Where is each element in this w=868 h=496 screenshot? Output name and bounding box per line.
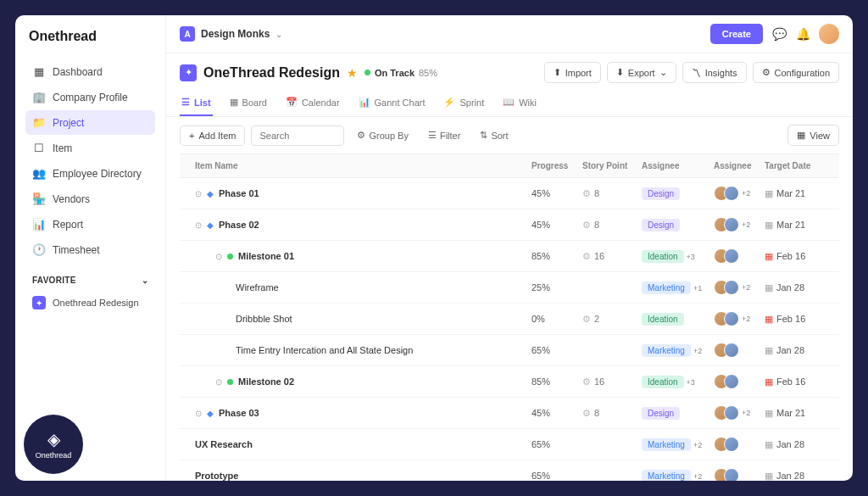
insights-button[interactable]: 〽Insights — [682, 62, 747, 83]
group-by-button[interactable]: ⚙Group By — [350, 125, 415, 146]
table-row[interactable]: ⊙◆Phase 02 45% ⚙8 Design +2 ▦Mar 21 — [180, 209, 839, 241]
table-row[interactable]: UX Research 65% Marketing+2 ▦Jan 28 — [180, 429, 839, 460]
sidebar-item-project[interactable]: 📁Project — [25, 110, 155, 135]
gear-icon: ⚙ — [762, 67, 771, 78]
chevron-icon[interactable]: ⊙ — [215, 252, 222, 261]
tab-gannt-chart[interactable]: 📊Gannt Chart — [357, 90, 427, 116]
nav-icon: 📊 — [32, 218, 45, 231]
insights-icon: 〽 — [692, 68, 701, 78]
tab-calendar[interactable]: 📅Calendar — [284, 90, 342, 116]
avatar-icon — [724, 186, 739, 201]
status-badge: On Track 85% — [364, 68, 437, 78]
gear-icon: ⚙ — [582, 220, 591, 231]
calendar-icon: ▦ — [765, 188, 773, 199]
tab-icon: 📖 — [503, 97, 515, 108]
team-icon: A — [180, 26, 195, 42]
chat-icon[interactable]: 💬 — [771, 26, 787, 42]
sidebar-item-timesheet[interactable]: 🕐Timesheet — [25, 237, 155, 262]
table-row[interactable]: ⊙Milestone 01 85% ⚙16 Ideation+3 ▦Feb 16 — [180, 241, 839, 272]
sidebar-item-item[interactable]: ☐Item — [25, 136, 155, 160]
tag-badge: Marketing — [642, 438, 691, 451]
chevron-icon[interactable]: ⊙ — [195, 220, 202, 230]
sidebar-item-employee-directory[interactable]: 👥Employee Directory — [25, 161, 155, 186]
avatar-icon — [724, 468, 739, 481]
gear-icon: ⚙ — [582, 314, 591, 325]
team-selector[interactable]: A Design Monks ⌄ — [180, 26, 282, 42]
import-icon: ⬆ — [554, 67, 561, 78]
tag-badge: Marketing — [642, 281, 691, 294]
table-row[interactable]: Wireframe 25% Marketing+1 +2 ▦Jan 28 — [180, 272, 839, 304]
table-row[interactable]: Dribbble Shot 0% ⚙2 Ideation +2 ▦Feb 16 — [180, 304, 839, 335]
table-row[interactable]: ⊙◆Phase 03 45% ⚙8 Design +2 ▦Mar 21 — [180, 398, 839, 429]
chevron-icon[interactable]: ⊙ — [215, 377, 222, 387]
star-icon[interactable]: ★ — [347, 66, 358, 80]
configuration-button[interactable]: ⚙Configuration — [753, 62, 839, 83]
sort-button[interactable]: ⇅Sort — [473, 125, 515, 146]
chevron-icon[interactable]: ⊙ — [195, 409, 202, 418]
avatar-icon — [724, 437, 739, 452]
calendar-icon: ▦ — [765, 345, 773, 356]
sidebar-item-vendors[interactable]: 🏪Vendors — [25, 187, 155, 211]
chevron-down-icon: ⌄ — [275, 30, 282, 39]
tab-icon: ▦ — [230, 97, 238, 108]
gear-icon: ⚙ — [357, 130, 365, 141]
tab-board[interactable]: ▦Board — [228, 90, 269, 116]
table-row[interactable]: ⊙◆Phase 01 45% ⚙8 Design +2 ▦Mar 21 — [180, 178, 839, 209]
sidebar-item-dashboard[interactable]: ▦Dashboard — [25, 59, 155, 84]
calendar-icon: ▦ — [765, 282, 773, 293]
tag-badge: Design — [642, 187, 680, 200]
tag-badge: Marketing — [642, 344, 691, 357]
gear-icon: ⚙ — [582, 376, 591, 387]
calendar-icon: ▦ — [765, 376, 773, 387]
create-button[interactable]: Create — [710, 24, 763, 44]
sidebar-item-company-profile[interactable]: 🏢Company Profile — [25, 85, 155, 109]
favorite-item[interactable]: ✦ Onethread Redesign — [25, 290, 155, 315]
nav-icon: ▦ — [32, 65, 45, 78]
nav-icon: 🕐 — [32, 243, 45, 256]
tag-badge: Design — [642, 407, 680, 420]
avatar-icon — [724, 374, 739, 389]
bell-icon[interactable]: 🔔 — [795, 26, 810, 42]
calendar-icon: ▦ — [765, 439, 773, 450]
tab-wiki[interactable]: 📖Wiki — [501, 90, 538, 116]
tag-badge: Marketing — [642, 470, 691, 482]
nav-icon: 🏢 — [32, 91, 45, 103]
chevron-icon[interactable]: ⊙ — [195, 189, 202, 198]
tab-icon: ⚡ — [443, 97, 455, 108]
tab-sprint[interactable]: ⚡Sprint — [442, 90, 486, 116]
export-button[interactable]: ⬇Export⌄ — [607, 62, 676, 83]
view-button[interactable]: ▦View — [787, 125, 839, 146]
tab-icon: 📅 — [286, 97, 298, 108]
cube-icon: ◈ — [47, 429, 60, 449]
sidebar-item-report[interactable]: 📊Report — [25, 212, 155, 237]
calendar-icon: ▦ — [765, 471, 773, 482]
import-button[interactable]: ⬆Import — [544, 62, 601, 83]
filter-button[interactable]: ☰Filter — [421, 125, 467, 146]
tag-badge: Ideation — [642, 313, 684, 326]
milestone-dot-icon — [227, 254, 233, 259]
table-row[interactable]: ⊙Milestone 02 85% ⚙16 Ideation+3 ▦Feb 16 — [180, 366, 839, 398]
gear-icon: ⚙ — [582, 251, 591, 262]
avatar-icon — [724, 405, 739, 421]
tag-badge: Ideation — [642, 376, 684, 388]
sort-icon: ⇅ — [480, 130, 487, 141]
milestone-dot-icon — [227, 379, 233, 385]
user-avatar[interactable] — [819, 24, 839, 44]
avatar-icon — [724, 217, 739, 232]
tab-list[interactable]: ☰List — [180, 90, 213, 116]
avatar-icon — [724, 248, 739, 264]
add-item-button[interactable]: +Add Item — [180, 125, 245, 146]
search-input[interactable] — [251, 125, 344, 146]
table-row[interactable]: Time Entry Intercation and All State Des… — [180, 335, 839, 366]
calendar-icon: ▦ — [765, 251, 773, 262]
nav-icon: 📁 — [32, 116, 45, 129]
tag-badge: Ideation — [642, 250, 684, 263]
calendar-icon: ▦ — [765, 408, 773, 419]
table-row[interactable]: Prototype 65% Marketing+2 ▦Jan 28 — [180, 460, 839, 481]
calendar-icon: ▦ — [765, 220, 773, 231]
favorite-header[interactable]: FAVORITE ⌄ — [25, 270, 155, 290]
filter-icon: ☰ — [428, 130, 437, 141]
avatar-icon — [724, 311, 739, 326]
nav-icon: 👥 — [32, 167, 45, 180]
float-brand-logo: ◈ Onethread — [24, 415, 83, 474]
